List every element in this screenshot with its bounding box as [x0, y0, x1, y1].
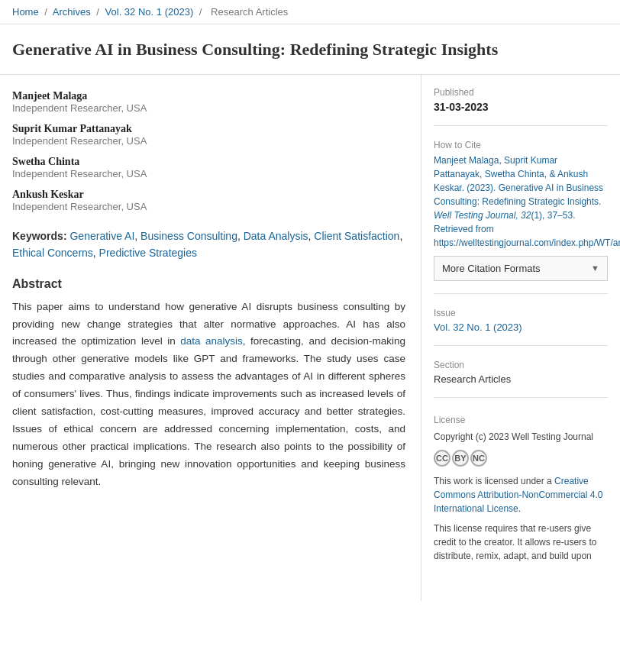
published-section: Published 31-03-2023: [434, 87, 608, 126]
published-date: 31-03-2023: [434, 101, 608, 113]
breadcrumb-section: Research Articles: [211, 6, 288, 18]
cc-icon: CC: [434, 450, 450, 467]
published-label: Published: [434, 87, 608, 98]
keywords-label: Keywords:: [12, 230, 67, 242]
author-4-affil: Independent Researcher, USA: [12, 201, 405, 212]
issue-link[interactable]: Vol. 32 No. 1 (2023): [434, 321, 522, 333]
keyword-1[interactable]: Generative AI,: [69, 230, 137, 242]
cc-badge: CC BY NC: [434, 450, 487, 467]
keywords-section: Keywords: Generative AI, Business Consul…: [12, 228, 405, 262]
license-note: This license requires that re-users give…: [434, 522, 608, 563]
author-2-name: Suprit Kumar Pattanayak: [12, 123, 405, 135]
article-title: Generative AI in Business Consulting: Re…: [0, 24, 620, 75]
section-value: Research Articles: [434, 373, 608, 385]
how-to-cite-label: How to Cite: [434, 140, 608, 150]
author-1-name: Manjeet Malaga: [12, 90, 405, 102]
issue-section: Issue Vol. 32 No. 1 (2023): [434, 308, 608, 346]
license-section: License Copyright (c) 2023 Well Testing …: [434, 412, 608, 575]
article-main-content: Manjeet Malaga Independent Researcher, U…: [0, 75, 421, 601]
article-sidebar: Published 31-03-2023 How to Cite Manjeet…: [421, 75, 620, 601]
how-to-cite-section: How to Cite Manjeet Malaga, Suprit Kumar…: [434, 140, 608, 294]
dropdown-arrow-icon: ▼: [591, 263, 599, 273]
breadcrumb-archives[interactable]: Archives: [53, 6, 91, 18]
author-3-affil: Independent Researcher, USA: [12, 168, 405, 179]
issue-label: Issue: [434, 308, 608, 318]
by-icon: BY: [452, 450, 469, 467]
more-citation-label: More Citation Formats: [442, 263, 541, 274]
keyword-2[interactable]: Business Consulting,: [140, 230, 241, 242]
section-label: Section: [434, 360, 608, 370]
keyword-4[interactable]: Client Satisfaction,: [314, 230, 402, 242]
section-section: Section Research Articles: [434, 360, 608, 398]
author-3: Swetha Chinta Independent Researcher, US…: [12, 156, 405, 179]
citation-url[interactable]: https://welltestingjournal.com/index.php…: [434, 237, 620, 248]
keyword-6[interactable]: Predictive Strategies: [99, 247, 197, 259]
license-label: License: [434, 415, 608, 425]
author-2: Suprit Kumar Pattanayak Independent Rese…: [12, 123, 405, 147]
author-4: Ankush Keskar Independent Researcher, US…: [12, 189, 405, 212]
license-desc-text: This work is licensed under a: [434, 476, 552, 486]
author-1: Manjeet Malaga Independent Researcher, U…: [12, 90, 405, 114]
data-analysis-link[interactable]: data analysis: [180, 335, 243, 347]
breadcrumb-volume[interactable]: Vol. 32 No. 1 (2023): [105, 6, 194, 18]
breadcrumb-home[interactable]: Home: [12, 6, 39, 18]
keyword-3[interactable]: Data Analysis,: [244, 230, 312, 242]
abstract-title: Abstract: [12, 277, 405, 291]
author-2-affil: Independent Researcher, USA: [12, 135, 405, 147]
author-4-name: Ankush Keskar: [12, 189, 405, 201]
abstract-text: This paper aims to understand how genera…: [12, 299, 405, 491]
author-3-name: Swetha Chinta: [12, 156, 405, 168]
nc-icon: NC: [470, 450, 487, 467]
author-1-affil: Independent Researcher, USA: [12, 102, 405, 114]
copyright-text: Copyright (c) 2023 Well Testing Journal: [434, 430, 608, 444]
more-citation-button[interactable]: More Citation Formats ▼: [434, 256, 608, 281]
authors-list: Manjeet Malaga Independent Researcher, U…: [12, 90, 405, 212]
citation-text: Manjeet Malaga, Suprit Kumar Pattanayak,…: [434, 153, 608, 250]
license-description: This work is licensed under a Creative C…: [434, 474, 608, 515]
keyword-5[interactable]: Ethical Concerns,: [12, 247, 96, 259]
breadcrumb: Home / Archives / Vol. 32 No. 1 (2023) /…: [0, 0, 620, 24]
